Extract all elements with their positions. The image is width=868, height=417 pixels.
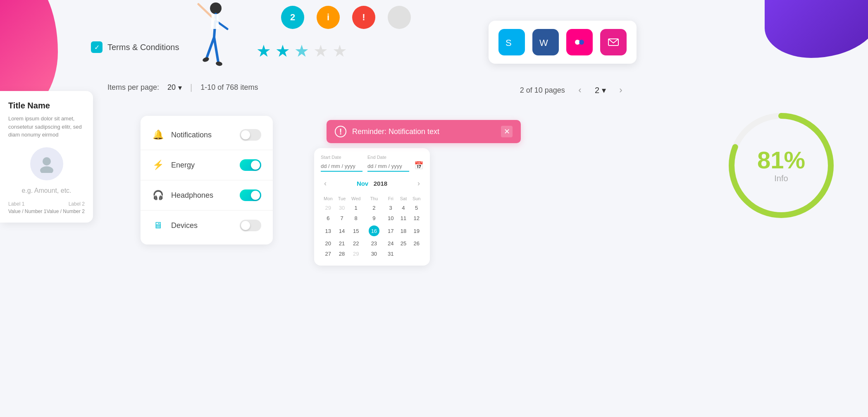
cal-day[interactable]: 1 (348, 203, 364, 213)
svg-line-3 (214, 37, 218, 62)
star-2[interactable]: ★ (275, 41, 290, 60)
calendar-icon-button[interactable]: 📅 (414, 161, 423, 172)
info-card: Title Name Lorem ipsum dolor sit amet, c… (0, 91, 93, 223)
star-5[interactable]: ★ (332, 41, 347, 60)
card-description: Lorem ipsum dolor sit amet, consetetur s… (8, 115, 85, 139)
blob-purple (765, 0, 868, 58)
status-icon-info[interactable]: i (317, 6, 340, 29)
pagination-area: 2 of 10 pages ‹ 2 ▾ › (520, 83, 628, 98)
toggle-knob (241, 130, 250, 139)
notifications-toggle[interactable] (240, 129, 261, 141)
cal-day[interactable]: 25 (397, 238, 410, 249)
cal-day[interactable]: 7 (336, 213, 348, 223)
setting-headphones[interactable]: 🎧 Headphones (141, 180, 273, 211)
prev-page-button[interactable]: ‹ (572, 83, 587, 98)
devices-label: Devices (171, 221, 232, 230)
cal-day[interactable]: 11 (397, 213, 410, 223)
energy-label: Energy (171, 161, 232, 170)
dancer-figure (186, 0, 236, 76)
cal-day[interactable]: 3 (384, 203, 397, 213)
value-2: Value / Number 2 (47, 208, 85, 214)
items-per-page-chevron[interactable]: ▾ (178, 83, 182, 92)
items-separator: | (190, 83, 192, 92)
cal-day[interactable]: 18 (397, 223, 410, 238)
cal-day[interactable]: 22 (348, 238, 364, 249)
svg-point-10 (40, 166, 53, 173)
toggle-knob-energy (251, 161, 260, 170)
items-per-page-select[interactable]: 20 ▾ (167, 83, 182, 92)
status-icon-teal[interactable]: 2 (281, 6, 304, 29)
cal-day[interactable]: 5 (410, 203, 423, 213)
cal-day[interactable]: 15 (348, 223, 364, 238)
start-date-input[interactable] (321, 161, 362, 172)
progress-percent: 81% (757, 148, 805, 172)
status-icon-alert[interactable]: ! (352, 6, 375, 29)
cal-day[interactable]: 9 (364, 213, 384, 223)
cal-day[interactable]: 28 (336, 249, 348, 259)
progress-area: 81% Info (719, 103, 843, 228)
cal-day[interactable]: 19 (410, 223, 423, 238)
end-date-input[interactable] (367, 161, 409, 172)
terms-area[interactable]: ✓ Terms & Conditions (91, 41, 179, 53)
cal-day[interactable]: 27 (321, 249, 336, 259)
next-page-button[interactable]: › (613, 83, 628, 98)
setting-devices[interactable]: 🖥 Devices (141, 211, 273, 240)
calendar: Start Date End Date 📅 ‹ Nov 2018 › Mon T… (314, 148, 430, 266)
terms-checkbox[interactable]: ✓ (91, 41, 103, 53)
cal-day[interactable]: 8 (348, 213, 364, 223)
cal-day[interactable]: 17 (384, 223, 397, 238)
toggle-knob-headphones (251, 191, 260, 200)
cal-day[interactable]: 20 (321, 238, 336, 249)
headphones-toggle[interactable] (240, 189, 261, 201)
cal-day[interactable]: 30 (336, 203, 348, 213)
cal-day[interactable]: 14 (336, 223, 348, 238)
cal-day (397, 249, 410, 259)
cal-day[interactable]: 29 (321, 203, 336, 213)
devices-toggle[interactable] (240, 220, 261, 231)
word-button[interactable]: W (532, 29, 559, 55)
notification-close-button[interactable]: ✕ (501, 126, 513, 137)
progress-text: 81% Info (757, 148, 805, 183)
cal-day[interactable]: 29 (348, 249, 364, 259)
cal-header-sat: Sat (397, 194, 410, 203)
cal-day[interactable]: 31 (384, 249, 397, 259)
notifications-label: Notifications (171, 131, 232, 139)
svg-line-2 (207, 37, 214, 58)
energy-toggle[interactable] (240, 159, 261, 171)
cal-next-button[interactable]: › (414, 177, 423, 189)
cal-day[interactable]: 30 (364, 249, 384, 259)
cal-day[interactable]: 12 (410, 213, 423, 223)
svg-text:S: S (506, 38, 512, 48)
star-4[interactable]: ★ (313, 41, 328, 60)
cal-day[interactable]: 4 (397, 203, 410, 213)
flickr-button[interactable] (566, 29, 593, 55)
cal-day[interactable]: 23 (364, 238, 384, 249)
notification-icon: ! (335, 126, 346, 137)
cal-month-year: Nov 2018 (357, 180, 387, 187)
svg-text:W: W (539, 38, 548, 48)
cal-day[interactable]: 16 (364, 223, 384, 238)
star-3[interactable]: ★ (294, 41, 309, 60)
cal-day[interactable]: 2 (364, 203, 384, 213)
cal-prev-button[interactable]: ‹ (321, 177, 330, 189)
end-date-field[interactable]: End Date (367, 155, 409, 172)
page-select[interactable]: 2 ▾ (595, 85, 606, 95)
setting-notifications[interactable]: 🔔 Notifications (141, 120, 273, 150)
page-chevron[interactable]: ▾ (602, 85, 606, 95)
cal-day[interactable]: 21 (336, 238, 348, 249)
bolt-icon: ⚡ (152, 160, 164, 170)
star-1[interactable]: ★ (256, 41, 271, 60)
cal-day[interactable]: 24 (384, 238, 397, 249)
cal-day[interactable]: 10 (384, 213, 397, 223)
skype-button[interactable]: S (498, 29, 525, 55)
cal-day[interactable]: 13 (321, 223, 336, 238)
cal-day[interactable]: 6 (321, 213, 336, 223)
start-date-field[interactable]: Start Date (321, 155, 362, 172)
headphones-label: Headphones (171, 191, 232, 200)
star-rating[interactable]: ★ ★ ★ ★ ★ (256, 41, 347, 60)
cal-day[interactable]: 26 (410, 238, 423, 249)
setting-energy[interactable]: ⚡ Energy (141, 150, 273, 180)
current-page: 2 (595, 86, 599, 95)
svg-point-14 (579, 40, 584, 45)
mail-button[interactable] (600, 29, 627, 55)
